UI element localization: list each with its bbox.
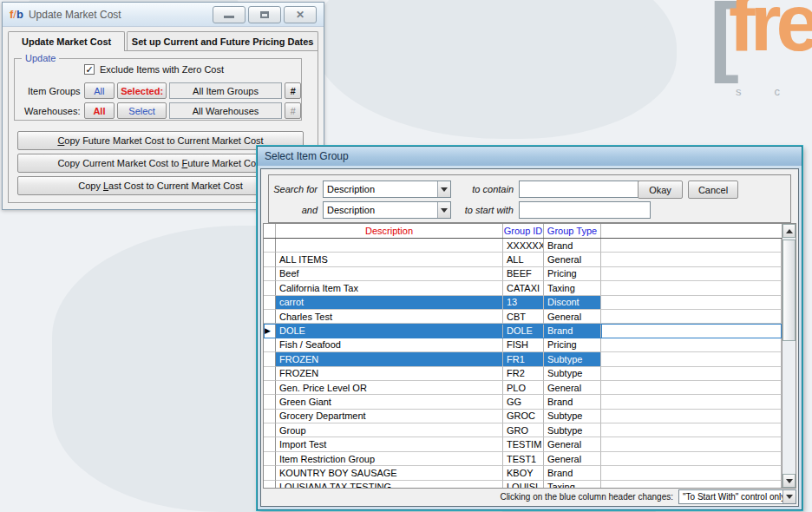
tab-pricing-dates[interactable]: Set up Current and Future Pricing Dates (127, 31, 318, 50)
grid-cell[interactable]: PLO (503, 381, 544, 395)
grid-cell[interactable]: FISH (503, 338, 544, 352)
grid-row[interactable]: FROZENFR1Subtype (264, 352, 782, 366)
grid-cell[interactable] (601, 267, 782, 281)
grid-cell[interactable]: Grocery Department (276, 410, 503, 423)
close-button[interactable]: ✕ (284, 6, 317, 23)
row-indicator[interactable] (264, 367, 276, 381)
search-field-2-combo[interactable]: Description (323, 201, 451, 219)
row-indicator[interactable] (264, 423, 276, 437)
to-start-with-input[interactable] (519, 201, 651, 219)
grid-cell[interactable]: FROZEN (276, 352, 503, 366)
warehouses-select-button[interactable]: Select (117, 102, 167, 119)
search-field-1-combo[interactable]: Description (323, 181, 451, 198)
chevron-down-icon[interactable] (437, 181, 450, 197)
grid-row[interactable]: GroupGROSubtype (264, 423, 782, 437)
row-indicator[interactable] (264, 395, 276, 409)
grid-row[interactable]: carrot13Discont (264, 296, 782, 310)
scroll-up-icon[interactable] (783, 224, 796, 238)
grid-cell[interactable]: LOUSIANA TAX TESTING (276, 481, 503, 488)
grid-cell[interactable]: FR2 (503, 367, 544, 381)
row-indicator[interactable] (264, 466, 276, 480)
maximize-button[interactable] (248, 6, 281, 23)
grid-cell[interactable]: Subtype (544, 367, 601, 381)
vertical-scrollbar[interactable] (782, 224, 796, 488)
to-contain-input[interactable] (519, 181, 651, 198)
window-titlebar[interactable]: f/b Update Market Cost ✕ (3, 3, 324, 27)
grid-row[interactable]: FROZENFR2Subtype (264, 367, 782, 381)
grid-cell[interactable]: Pricing (544, 338, 601, 352)
grid-cell[interactable]: DOLE (503, 324, 544, 338)
row-indicator[interactable] (264, 253, 276, 266)
grid-cell[interactable]: General (544, 452, 601, 466)
grid-cell[interactable]: BEEF (503, 267, 544, 281)
grid-cell[interactable]: Gen. Price Level OR (276, 381, 503, 395)
grid-row[interactable]: ALL ITEMSALLGeneral (264, 253, 782, 266)
grid-cell[interactable]: XXXXXX (503, 239, 544, 253)
grid-cell[interactable]: GG (503, 395, 544, 409)
grid-cell[interactable] (601, 281, 782, 295)
grid-cell[interactable] (601, 423, 782, 437)
grid-row[interactable]: Fish / SeafoodFISHPricing (264, 338, 782, 352)
grid-cell[interactable]: Subtype (544, 352, 601, 366)
grid-row[interactable]: XXXXXXBrand (264, 239, 782, 253)
minimize-button[interactable] (213, 6, 246, 23)
grid-header-description[interactable]: Description (276, 224, 503, 238)
cancel-button[interactable]: Cancel (688, 181, 738, 199)
grid-cell[interactable]: Pricing (544, 267, 601, 281)
row-indicator[interactable]: ▶ (264, 324, 276, 338)
grid-cell[interactable] (601, 381, 782, 395)
grid-row[interactable]: Gen. Price Level ORPLOGeneral (264, 381, 782, 395)
warehouses-count-button[interactable]: # (285, 102, 301, 119)
grid-cell[interactable]: FROZEN (276, 367, 503, 381)
warehouses-all-button[interactable]: All (84, 102, 115, 119)
grid-cell[interactable]: Discont (544, 296, 601, 310)
grid-cell[interactable] (601, 253, 782, 266)
grid-cell[interactable]: Beef (276, 267, 503, 281)
grid-cell[interactable] (601, 338, 782, 352)
row-indicator[interactable] (264, 239, 276, 253)
grid-cell[interactable]: Brand (544, 466, 601, 480)
grid-cell[interactable]: Taxing (544, 281, 601, 295)
grid-cell[interactable]: TESTIM (503, 437, 544, 451)
row-indicator[interactable] (264, 410, 276, 423)
grid-row[interactable]: Grocery DepartmentGROCSubtype (264, 410, 782, 423)
grid-cell[interactable] (601, 296, 782, 310)
grid-cell[interactable]: Item Restriction Group (276, 452, 503, 466)
grid-cell[interactable] (601, 324, 782, 338)
grid-cell[interactable] (601, 352, 782, 366)
grid-cell[interactable]: Brand (544, 239, 601, 253)
grid-cell[interactable]: Import Test (276, 437, 503, 451)
grid-cell[interactable]: GROC (503, 410, 544, 423)
grid-cell[interactable]: TEST1 (503, 452, 544, 466)
grid-row[interactable]: BeefBEEFPricing (264, 267, 782, 281)
grid-cell[interactable]: GRO (503, 423, 544, 437)
grid-cell[interactable] (601, 410, 782, 423)
grid-cell[interactable] (601, 310, 782, 324)
grid-cell[interactable]: Brand (544, 395, 601, 409)
item-groups-all-button[interactable]: All (84, 82, 115, 99)
grid-cell[interactable]: 13 (503, 296, 544, 310)
row-indicator[interactable] (264, 267, 276, 281)
grid-cell[interactable] (601, 481, 782, 488)
chevron-down-icon[interactable] (783, 490, 796, 503)
grid-cell[interactable] (601, 239, 782, 253)
grid-cell[interactable] (276, 239, 503, 253)
row-indicator[interactable] (264, 310, 276, 324)
grid-cell[interactable]: carrot (276, 296, 503, 310)
row-indicator[interactable] (264, 296, 276, 310)
grid-cell[interactable] (601, 367, 782, 381)
row-indicator[interactable] (264, 281, 276, 295)
grid-row[interactable]: Item Restriction GroupTEST1General (264, 452, 782, 466)
chevron-down-icon[interactable] (437, 202, 450, 218)
row-indicator[interactable] (264, 481, 276, 488)
grid-cell[interactable]: CBT (503, 310, 544, 324)
grid-cell[interactable]: General (544, 310, 601, 324)
grid-cell[interactable]: General (544, 253, 601, 266)
grid-cell[interactable]: Subtype (544, 423, 601, 437)
grid-row[interactable]: ▶DOLEDOLEBrand (264, 324, 782, 338)
grid-row[interactable]: Charles TestCBTGeneral (264, 310, 782, 324)
grid-cell[interactable]: General (544, 437, 601, 451)
grid-cell[interactable]: ALL ITEMS (276, 253, 503, 266)
grid-cell[interactable]: Group (276, 423, 503, 437)
grid-header-group-id[interactable]: Group ID (503, 224, 544, 238)
